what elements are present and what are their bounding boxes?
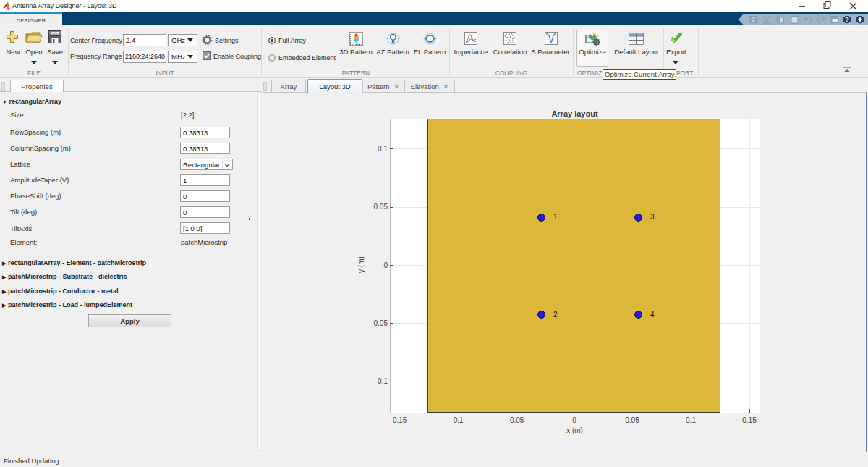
svg-text:?: ? [845,15,849,23]
